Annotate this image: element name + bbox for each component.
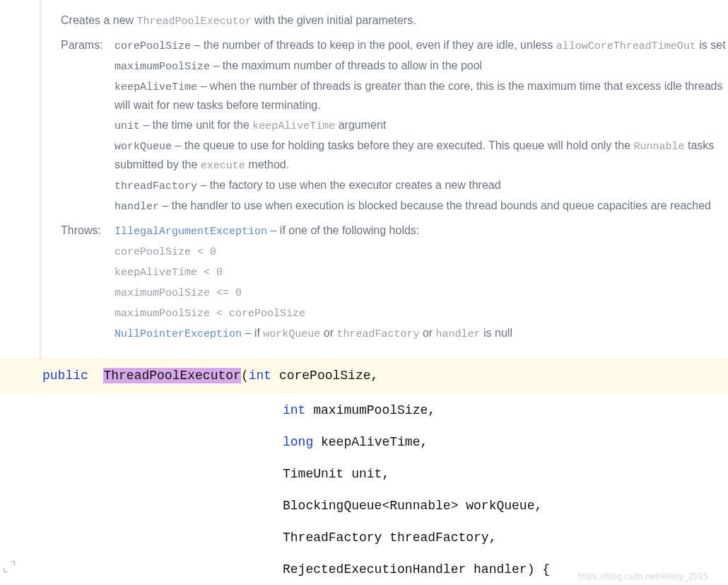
throws-cond-4: maximumPoolSize < corePoolSize bbox=[115, 308, 305, 320]
keyword-public: public bbox=[42, 369, 88, 383]
code-line-4[interactable]: TimeUnit unit, bbox=[0, 458, 728, 490]
params-label: Params: bbox=[61, 36, 115, 217]
param-maximumpoolsize: maximumPoolSize – the maximum number of … bbox=[115, 57, 728, 76]
drag-handle-icon bbox=[1, 559, 17, 574]
param-workqueue: workQueue – the queue to use for holding… bbox=[115, 137, 728, 175]
code-line-2[interactable]: int maximumPoolSize, bbox=[0, 395, 728, 427]
throws-iae: IllegalArgumentException – if one of the… bbox=[115, 221, 728, 241]
doc-gutter-line bbox=[40, 0, 41, 361]
type-link-iae[interactable]: IllegalArgumentException bbox=[115, 226, 267, 238]
params-section: Params: corePoolSize – the number of thr… bbox=[61, 36, 728, 217]
code-line-1[interactable]: public ThreadPoolExecutor(int corePoolSi… bbox=[0, 357, 728, 395]
param-corepoolsize: corePoolSize – the number of threads to … bbox=[115, 36, 728, 55]
code-line-6[interactable]: ThreadFactory threadFactory, bbox=[0, 522, 728, 554]
throws-cond-3: maximumPoolSize <= 0 bbox=[115, 287, 242, 299]
javadoc-panel: Creates a new ThreadPoolExecutor with th… bbox=[61, 0, 728, 344]
param-handler: handler – the handler to use when execut… bbox=[115, 197, 728, 216]
desc-prefix: Creates a new bbox=[61, 14, 137, 26]
code-line-5[interactable]: BlockingQueue<Runnable> workQueue, bbox=[0, 490, 728, 522]
param-keepalivetime: keepAliveTime – when the number of threa… bbox=[115, 77, 728, 115]
param-unit: unit – the time unit for the keepAliveTi… bbox=[115, 116, 728, 135]
type-link-npe[interactable]: NullPointerException bbox=[115, 328, 242, 340]
source-code: public ThreadPoolExecutor(int corePoolSi… bbox=[0, 357, 728, 585]
throws-npe: NullPointerException – if workQueue or t… bbox=[115, 324, 728, 343]
throws-cond-1: corePoolSize < 0 bbox=[115, 246, 216, 258]
code-line-3[interactable]: long keepAliveTime, bbox=[0, 427, 728, 458]
watermark: https://blog.csdn.net/windy_2015 bbox=[578, 572, 708, 581]
throws-section: Throws: IllegalArgumentException – if on… bbox=[61, 221, 728, 344]
throws-label: Throws: bbox=[61, 221, 115, 344]
desc-suffix: with the given initial parameters. bbox=[252, 14, 416, 26]
desc-classname: ThreadPoolExecutor bbox=[137, 16, 252, 28]
class-name-highlight[interactable]: ThreadPoolExecutor bbox=[103, 368, 240, 383]
throws-cond-2: keepAliveTime < 0 bbox=[115, 267, 223, 279]
param-threadfactory: threadFactory – the factory to use when … bbox=[115, 176, 728, 195]
description: Creates a new ThreadPoolExecutor with th… bbox=[61, 11, 728, 30]
